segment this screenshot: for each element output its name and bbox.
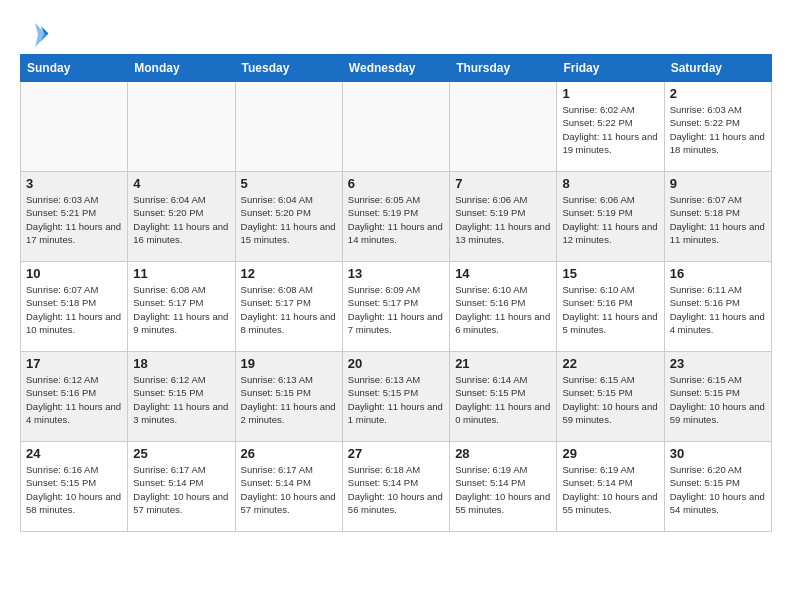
calendar-cell: 19Sunrise: 6:13 AM Sunset: 5:15 PM Dayli… [235,352,342,442]
calendar-cell [21,82,128,172]
day-number: 1 [562,86,658,101]
day-info: Sunrise: 6:12 AM Sunset: 5:16 PM Dayligh… [26,373,122,426]
day-number: 21 [455,356,551,371]
day-number: 2 [670,86,766,101]
calendar-cell: 2Sunrise: 6:03 AM Sunset: 5:22 PM Daylig… [664,82,771,172]
calendar-cell: 21Sunrise: 6:14 AM Sunset: 5:15 PM Dayli… [450,352,557,442]
calendar-cell: 13Sunrise: 6:09 AM Sunset: 5:17 PM Dayli… [342,262,449,352]
day-number: 14 [455,266,551,281]
day-info: Sunrise: 6:07 AM Sunset: 5:18 PM Dayligh… [26,283,122,336]
day-info: Sunrise: 6:11 AM Sunset: 5:16 PM Dayligh… [670,283,766,336]
day-info: Sunrise: 6:15 AM Sunset: 5:15 PM Dayligh… [562,373,658,426]
day-info: Sunrise: 6:04 AM Sunset: 5:20 PM Dayligh… [241,193,337,246]
day-number: 8 [562,176,658,191]
calendar-cell: 15Sunrise: 6:10 AM Sunset: 5:16 PM Dayli… [557,262,664,352]
day-number: 3 [26,176,122,191]
day-info: Sunrise: 6:09 AM Sunset: 5:17 PM Dayligh… [348,283,444,336]
logo [20,20,54,50]
day-info: Sunrise: 6:07 AM Sunset: 5:18 PM Dayligh… [670,193,766,246]
calendar-cell: 5Sunrise: 6:04 AM Sunset: 5:20 PM Daylig… [235,172,342,262]
calendar-cell: 29Sunrise: 6:19 AM Sunset: 5:14 PM Dayli… [557,442,664,532]
day-number: 25 [133,446,229,461]
calendar-cell: 17Sunrise: 6:12 AM Sunset: 5:16 PM Dayli… [21,352,128,442]
day-info: Sunrise: 6:06 AM Sunset: 5:19 PM Dayligh… [562,193,658,246]
day-info: Sunrise: 6:14 AM Sunset: 5:15 PM Dayligh… [455,373,551,426]
day-header-friday: Friday [557,55,664,82]
day-number: 5 [241,176,337,191]
calendar-cell: 24Sunrise: 6:16 AM Sunset: 5:15 PM Dayli… [21,442,128,532]
calendar-cell: 23Sunrise: 6:15 AM Sunset: 5:15 PM Dayli… [664,352,771,442]
day-number: 22 [562,356,658,371]
calendar-cell: 12Sunrise: 6:08 AM Sunset: 5:17 PM Dayli… [235,262,342,352]
calendar-cell [342,82,449,172]
calendar-cell: 30Sunrise: 6:20 AM Sunset: 5:15 PM Dayli… [664,442,771,532]
day-info: Sunrise: 6:16 AM Sunset: 5:15 PM Dayligh… [26,463,122,516]
day-number: 11 [133,266,229,281]
header [20,20,772,50]
calendar-cell: 14Sunrise: 6:10 AM Sunset: 5:16 PM Dayli… [450,262,557,352]
day-info: Sunrise: 6:20 AM Sunset: 5:15 PM Dayligh… [670,463,766,516]
calendar-cell: 22Sunrise: 6:15 AM Sunset: 5:15 PM Dayli… [557,352,664,442]
day-header-sunday: Sunday [21,55,128,82]
day-info: Sunrise: 6:08 AM Sunset: 5:17 PM Dayligh… [241,283,337,336]
day-number: 9 [670,176,766,191]
calendar-cell: 7Sunrise: 6:06 AM Sunset: 5:19 PM Daylig… [450,172,557,262]
day-number: 18 [133,356,229,371]
calendar-table: SundayMondayTuesdayWednesdayThursdayFrid… [20,54,772,532]
day-number: 19 [241,356,337,371]
day-number: 16 [670,266,766,281]
day-info: Sunrise: 6:03 AM Sunset: 5:21 PM Dayligh… [26,193,122,246]
day-info: Sunrise: 6:13 AM Sunset: 5:15 PM Dayligh… [348,373,444,426]
calendar-cell: 25Sunrise: 6:17 AM Sunset: 5:14 PM Dayli… [128,442,235,532]
calendar-cell [235,82,342,172]
calendar-cell: 3Sunrise: 6:03 AM Sunset: 5:21 PM Daylig… [21,172,128,262]
calendar-cell: 16Sunrise: 6:11 AM Sunset: 5:16 PM Dayli… [664,262,771,352]
day-info: Sunrise: 6:13 AM Sunset: 5:15 PM Dayligh… [241,373,337,426]
day-info: Sunrise: 6:17 AM Sunset: 5:14 PM Dayligh… [133,463,229,516]
calendar-week-row: 3Sunrise: 6:03 AM Sunset: 5:21 PM Daylig… [21,172,772,262]
calendar-cell: 11Sunrise: 6:08 AM Sunset: 5:17 PM Dayli… [128,262,235,352]
day-number: 30 [670,446,766,461]
day-number: 4 [133,176,229,191]
day-number: 24 [26,446,122,461]
day-header-monday: Monday [128,55,235,82]
day-header-saturday: Saturday [664,55,771,82]
day-info: Sunrise: 6:03 AM Sunset: 5:22 PM Dayligh… [670,103,766,156]
calendar-cell: 28Sunrise: 6:19 AM Sunset: 5:14 PM Dayli… [450,442,557,532]
day-info: Sunrise: 6:19 AM Sunset: 5:14 PM Dayligh… [562,463,658,516]
calendar-cell: 18Sunrise: 6:12 AM Sunset: 5:15 PM Dayli… [128,352,235,442]
day-number: 20 [348,356,444,371]
logo-icon [20,20,50,50]
calendar-cell: 8Sunrise: 6:06 AM Sunset: 5:19 PM Daylig… [557,172,664,262]
calendar-cell: 9Sunrise: 6:07 AM Sunset: 5:18 PM Daylig… [664,172,771,262]
day-header-tuesday: Tuesday [235,55,342,82]
day-number: 17 [26,356,122,371]
day-info: Sunrise: 6:10 AM Sunset: 5:16 PM Dayligh… [455,283,551,336]
day-info: Sunrise: 6:10 AM Sunset: 5:16 PM Dayligh… [562,283,658,336]
day-info: Sunrise: 6:18 AM Sunset: 5:14 PM Dayligh… [348,463,444,516]
day-number: 15 [562,266,658,281]
day-info: Sunrise: 6:17 AM Sunset: 5:14 PM Dayligh… [241,463,337,516]
day-number: 28 [455,446,551,461]
day-number: 12 [241,266,337,281]
calendar-cell: 4Sunrise: 6:04 AM Sunset: 5:20 PM Daylig… [128,172,235,262]
calendar-cell [128,82,235,172]
calendar-cell: 27Sunrise: 6:18 AM Sunset: 5:14 PM Dayli… [342,442,449,532]
day-header-thursday: Thursday [450,55,557,82]
calendar-cell: 20Sunrise: 6:13 AM Sunset: 5:15 PM Dayli… [342,352,449,442]
calendar-week-row: 24Sunrise: 6:16 AM Sunset: 5:15 PM Dayli… [21,442,772,532]
day-info: Sunrise: 6:12 AM Sunset: 5:15 PM Dayligh… [133,373,229,426]
calendar-cell: 1Sunrise: 6:02 AM Sunset: 5:22 PM Daylig… [557,82,664,172]
day-info: Sunrise: 6:02 AM Sunset: 5:22 PM Dayligh… [562,103,658,156]
day-number: 29 [562,446,658,461]
day-info: Sunrise: 6:15 AM Sunset: 5:15 PM Dayligh… [670,373,766,426]
calendar-week-row: 17Sunrise: 6:12 AM Sunset: 5:16 PM Dayli… [21,352,772,442]
day-number: 7 [455,176,551,191]
day-number: 23 [670,356,766,371]
day-info: Sunrise: 6:06 AM Sunset: 5:19 PM Dayligh… [455,193,551,246]
calendar-cell [450,82,557,172]
day-number: 6 [348,176,444,191]
day-header-wednesday: Wednesday [342,55,449,82]
calendar-week-row: 10Sunrise: 6:07 AM Sunset: 5:18 PM Dayli… [21,262,772,352]
calendar-cell: 10Sunrise: 6:07 AM Sunset: 5:18 PM Dayli… [21,262,128,352]
